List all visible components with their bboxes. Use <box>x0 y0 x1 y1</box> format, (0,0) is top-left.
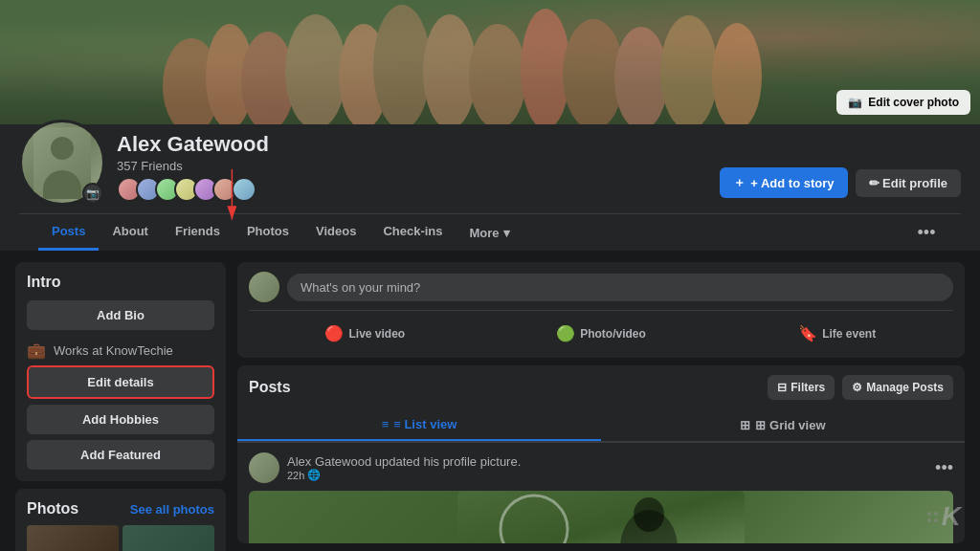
works-item: 💼 Works at KnowTechie <box>27 336 214 365</box>
grid-view-icon: ⊞ <box>740 418 750 432</box>
add-icon: ＋ <box>733 174 746 191</box>
live-video-button[interactable]: 🔴 Live video <box>249 319 481 348</box>
tab-friends[interactable]: Friends <box>162 214 234 251</box>
left-column: Intro Add Bio 💼 Works at KnowTechie Edit… <box>15 262 226 543</box>
post-item-info: Alex Gatewood updated his profile pictur… <box>287 454 927 481</box>
svg-point-18 <box>634 497 664 532</box>
posts-title: Posts <box>249 379 291 396</box>
watermark-k: K <box>942 501 961 532</box>
post-actions-row: 🔴 Live video 🟢 Photo/video 🔖 Life event <box>249 310 953 348</box>
right-column: What's on your mind? 🔴 Live video 🟢 Phot… <box>237 262 965 543</box>
briefcase-icon: 💼 <box>27 342 46 360</box>
filter-icon: ⊟ <box>777 381 787 394</box>
profile-section: 📷 Alex Gatewood 357 Friends ＋ + Add to s… <box>0 124 980 251</box>
tab-photos[interactable]: Photos <box>234 214 302 251</box>
cover-photo: 📷 Edit cover photo <box>0 0 980 124</box>
svg-point-12 <box>712 23 762 124</box>
profile-name-section: Alex Gatewood 357 Friends <box>117 132 708 206</box>
intro-card: Intro Add Bio 💼 Works at KnowTechie Edit… <box>15 262 226 481</box>
friend-avatar[interactable] <box>232 177 256 202</box>
camera-icon: 📷 <box>848 96 862 109</box>
svg-point-10 <box>614 27 668 124</box>
post-item-time: 22h 🌐 <box>287 469 927 481</box>
edit-cover-label: Edit cover photo <box>868 96 959 109</box>
gear-icon: ⚙ <box>852 381 862 394</box>
post-item-header: Alex Gatewood updated his profile pictur… <box>249 452 953 483</box>
posts-header: Posts ⊟ Filters ⚙ Manage Posts <box>237 365 965 409</box>
watermark-dots <box>927 512 938 522</box>
tab-about[interactable]: About <box>99 214 162 251</box>
photo-thumb[interactable] <box>27 525 119 551</box>
post-item-avatar <box>249 452 279 483</box>
profile-avatar-wrapper: 📷 <box>19 120 105 206</box>
tab-videos[interactable]: Videos <box>302 214 369 251</box>
svg-point-8 <box>521 9 570 124</box>
avatar-camera-icon[interactable]: 📷 <box>82 183 103 204</box>
svg-point-11 <box>660 15 718 124</box>
photos-header: Photos See all photos <box>27 500 214 518</box>
photos-grid <box>27 525 214 551</box>
tab-check-ins[interactable]: Check-ins <box>369 214 456 251</box>
photos-card: Photos See all photos <box>15 489 226 551</box>
friends-avatars <box>117 177 708 202</box>
create-post-avatar <box>249 272 279 302</box>
profile-name: Alex Gatewood <box>117 132 708 157</box>
life-event-icon: 🔖 <box>798 324 817 342</box>
svg-point-7 <box>469 24 526 124</box>
photos-title: Photos <box>27 500 78 518</box>
photo-video-button[interactable]: 🟢 Photo/video <box>485 319 718 348</box>
svg-point-3 <box>285 14 346 124</box>
globe-icon: 🌐 <box>307 469 321 481</box>
list-view-tab[interactable]: ≡ ≡ List view <box>237 409 601 441</box>
post-item-image <box>249 491 953 543</box>
add-bio-button[interactable]: Add Bio <box>27 300 214 330</box>
profile-nav: Posts About Friends Photos Videos Check-… <box>19 213 961 251</box>
life-event-button[interactable]: 🔖 Life event <box>721 319 953 348</box>
edit-profile-button[interactable]: ✏ Edit profile <box>856 169 962 197</box>
add-to-story-button[interactable]: ＋ + Add to story <box>720 167 847 198</box>
post-action-text: updated his profile picture. <box>375 454 521 469</box>
svg-point-6 <box>423 14 477 124</box>
whats-on-your-mind-input[interactable]: What's on your mind? <box>287 274 953 301</box>
posts-controls: ⊟ Filters ⚙ Manage Posts <box>768 375 953 400</box>
friends-count: 357 Friends <box>117 159 708 173</box>
live-video-icon: 🔴 <box>324 324 344 342</box>
edit-cover-button[interactable]: 📷 Edit cover photo <box>836 90 970 115</box>
view-tabs: ≡ ≡ List view ⊞ ⊞ Grid view <box>237 409 965 442</box>
svg-point-5 <box>373 5 431 124</box>
grid-view-tab[interactable]: ⊞ ⊞ Grid view <box>601 409 965 441</box>
post-item: Alex Gatewood updated his profile pictur… <box>237 442 965 543</box>
add-featured-button[interactable]: Add Featured <box>27 440 214 470</box>
main-content: Intro Add Bio 💼 Works at KnowTechie Edit… <box>0 251 980 551</box>
profile-actions: ＋ + Add to story ✏ Edit profile <box>720 167 961 206</box>
more-tab[interactable]: More ▾ <box>457 216 523 250</box>
nav-more-dots-button[interactable]: ••• <box>911 217 942 248</box>
create-post-input-row: What's on your mind? <box>249 272 953 302</box>
see-all-photos-link[interactable]: See all photos <box>130 502 214 517</box>
tab-posts[interactable]: Posts <box>38 214 99 251</box>
intro-title: Intro <box>27 274 214 291</box>
list-view-icon: ≡ <box>382 417 390 431</box>
manage-posts-button[interactable]: ⚙ Manage Posts <box>842 375 953 400</box>
add-hobbies-button[interactable]: Add Hobbies <box>27 405 214 434</box>
watermark: K <box>927 501 961 532</box>
post-item-author: Alex Gatewood updated his profile pictur… <box>287 454 927 469</box>
profile-info-row: 📷 Alex Gatewood 357 Friends ＋ + Add to s… <box>19 124 961 213</box>
filters-button[interactable]: ⊟ Filters <box>768 375 835 400</box>
photo-thumb[interactable] <box>122 525 214 551</box>
chevron-down-icon: ▾ <box>503 226 510 240</box>
post-more-dots[interactable]: ••• <box>935 458 953 478</box>
photo-video-icon: 🟢 <box>556 324 575 342</box>
works-label: Works at KnowTechie <box>54 343 173 358</box>
posts-section: Posts ⊟ Filters ⚙ Manage Posts ≡ ≡ List … <box>237 365 965 543</box>
edit-details-button[interactable]: Edit details <box>27 365 214 399</box>
create-post-box: What's on your mind? 🔴 Live video 🟢 Phot… <box>237 262 965 358</box>
more-label: More <box>470 226 500 240</box>
